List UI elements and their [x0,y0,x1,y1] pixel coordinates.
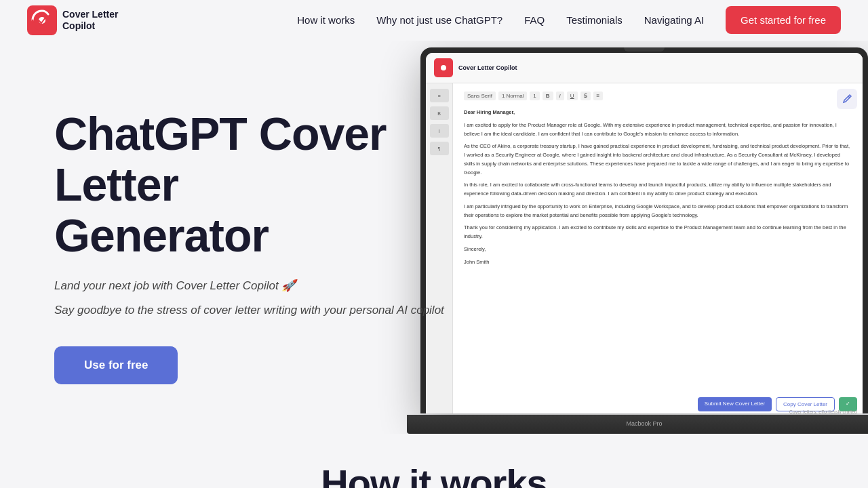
nav-how-it-works[interactable]: How it works [297,14,355,26]
laptop-base: Macbook Pro [407,415,868,434]
hero-subtitle1: Land your next job with Cover Letter Cop… [54,277,472,295]
nav-faq[interactable]: FAQ [524,14,545,26]
svg-point-3 [441,65,446,70]
app-title: Cover Letter Copilot [458,64,517,71]
logo-icon [27,5,57,35]
toolbar-style: 1 Normal [498,92,527,100]
toolbar-underline: U [567,92,578,100]
toolbar-strike: S̶ [580,92,591,100]
toolbar-align: ≡ [593,92,604,100]
nav-navigating-ai[interactable]: Navigating AI [644,14,704,26]
hero-section: ChatGPT Cover Letter Generator Land your… [0,41,868,434]
laptop-screen: Cover Letter Copilot ≡ B I ¶ [426,53,863,413]
nav-testimonials[interactable]: Testimonials [566,14,623,26]
brand-logo[interactable]: Cover LetterCopilot [27,5,118,35]
nav-why-chatgpt[interactable]: Why not just use ChatGPT? [376,14,502,26]
toolbar-size: 1 [530,92,539,100]
logo-text: Cover LetterCopilot [62,9,118,32]
toolbar-bold: B [542,92,553,100]
ai-pen-icon [837,89,857,109]
hero-content: ChatGPT Cover Letter Generator Land your… [54,81,472,384]
hero-subtitle2: Say goodbye to the stress of cover lette… [54,301,472,319]
screen-footer: Cover letters, effortlessly crafted [789,409,857,413]
how-it-works-section: How it works [0,434,868,488]
toolbar-italic: I [556,92,564,100]
app-header: Cover Letter Copilot [426,53,863,83]
app-content: ≡ B I ¶ Sans Serif 1 Normal 1 [426,83,863,413]
laptop-body: Cover Letter Copilot ≡ B I ¶ [420,47,868,413]
nav-cta-button[interactable]: Get started for free [726,6,841,34]
app-editor: Sans Serif 1 Normal 1 B I U S̶ ≡ [453,83,863,413]
hero-title: ChatGPT Cover Letter Generator [54,108,472,260]
how-it-works-title: How it works [54,461,814,488]
editor-toolbar: Sans Serif 1 Normal 1 B I U S̶ ≡ [464,92,852,100]
navbar: Cover LetterCopilot How it works Why not… [0,0,868,41]
laptop-base-label: Macbook Pro [407,415,868,427]
submit-cover-letter-button[interactable]: Submit New Cover Letter [698,397,772,411]
nav-links: How it works Why not just use ChatGPT? F… [297,14,841,26]
laptop-notch [624,47,665,52]
hero-cta-button[interactable]: Use for free [54,346,178,384]
laptop-mockup: Cover Letter Copilot ≡ B I ¶ [420,41,868,434]
app-logo-small [434,58,453,77]
editor-text-content: Dear Hiring Manager, I am excited to app… [464,108,852,266]
